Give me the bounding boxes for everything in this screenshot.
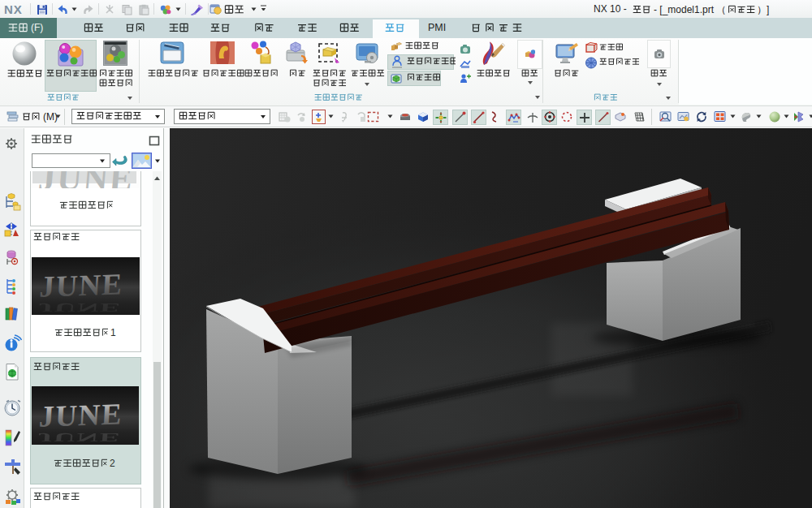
svg-text:JUNE: JUNE [39, 267, 124, 303]
svg-text:JUNE: JUNE [37, 301, 122, 314]
svg-text:JUNE: JUNE [37, 431, 121, 444]
svg-text:JUNE: JUNE [38, 397, 123, 433]
svg-text:JUNE: JUNE [37, 171, 136, 188]
